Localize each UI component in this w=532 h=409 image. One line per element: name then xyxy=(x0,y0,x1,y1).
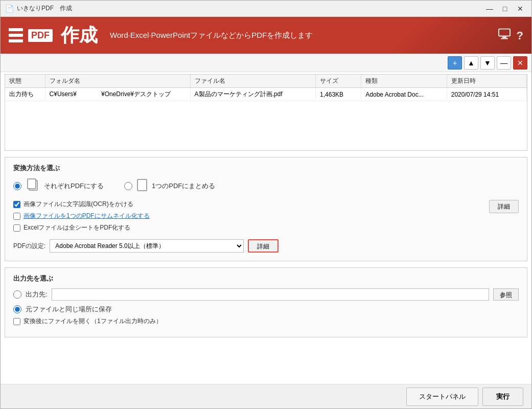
close-icon: ✕ xyxy=(517,59,523,67)
add-icon: + xyxy=(453,59,457,67)
radio-option-combine[interactable]: 1つのPDFにまとめる xyxy=(124,178,215,193)
cell-updated: 2020/07/29 14:51 xyxy=(447,88,526,101)
cell-status: 出力待ち xyxy=(5,88,45,101)
radio-same-location-row: 元ファイルと同じ場所に保存 xyxy=(13,305,519,314)
conversion-checkboxes: 画像ファイルに文字認識(OCR)をかける 画像ファイルを1つのPDFにサムネイル… xyxy=(13,200,150,235)
file-table-container: 状態 フォルダ名 ファイル名 サイズ 種類 更新日時 出力待ちC¥Users¥ … xyxy=(5,74,527,151)
checkbox-excel-row: Excelファイルは全シートをPDF化する xyxy=(13,223,150,232)
pages-icon xyxy=(26,178,40,194)
menu-icon xyxy=(9,26,23,44)
same-location-label: 元ファイルと同じ場所に保存 xyxy=(26,305,112,314)
checkbox-open-after-row: 変換後にファイルを開く（1ファイル出力時のみ） xyxy=(13,317,519,326)
svg-rect-2 xyxy=(9,39,23,42)
title-bar: 📄 いきなりPDF 作成 — □ ✕ xyxy=(1,1,531,17)
checkbox-open-after[interactable] xyxy=(13,318,20,325)
close-button[interactable]: ✕ xyxy=(513,4,527,14)
help-text: ? xyxy=(517,29,523,41)
svg-rect-7 xyxy=(28,179,36,189)
output-path-row: 出力先: 参照 xyxy=(13,288,519,301)
svg-rect-4 xyxy=(502,37,506,38)
checkbox-open-after-label: 変換後にファイルを開く（1ファイル出力時のみ） xyxy=(24,317,162,326)
execute-button[interactable]: 実行 xyxy=(482,388,523,406)
cell-filename: A製品のマーケティング計画.pdf xyxy=(190,88,316,101)
monitor-icon-button[interactable] xyxy=(498,29,511,42)
add-file-button[interactable]: + xyxy=(448,56,462,70)
table-header-row: 状態 フォルダ名 ファイル名 サイズ 種類 更新日時 xyxy=(5,75,527,88)
pdf-settings-label: PDFの設定: xyxy=(13,242,45,251)
cell-folder: C¥Users¥ ¥OneDrive¥デスクトップ xyxy=(45,88,190,101)
restore-button[interactable]: □ xyxy=(498,4,512,14)
single-page-icon xyxy=(136,178,148,193)
ref-button[interactable]: 参照 xyxy=(493,288,519,301)
col-status: 状態 xyxy=(5,75,45,88)
remove-button[interactable]: — xyxy=(497,56,511,70)
up-icon: ▲ xyxy=(468,59,475,67)
down-icon: ▼ xyxy=(484,59,491,67)
main-window: 📄 いきなりPDF 作成 — □ ✕ PDF 作成 Word·Excel·Pow… xyxy=(0,0,532,409)
pdf-settings-row: PDFの設定: Adobe Acrobat Reader 5.0以上（標準） 詳… xyxy=(13,239,519,253)
radio-separate[interactable] xyxy=(13,182,21,190)
conversion-section-title: 変換方法を選ぶ xyxy=(13,164,519,173)
radio-same-loc[interactable] xyxy=(13,305,21,313)
logo-pdf-text: PDF xyxy=(31,30,50,40)
table-row[interactable]: 出力待ちC¥Users¥ ¥OneDrive¥デスクトップA製品のマーケティング… xyxy=(5,88,527,101)
conversion-radio-group: それぞれPDFにする 1つのPDFにまとめる xyxy=(13,178,519,194)
pdf-settings-select[interactable]: Adobe Acrobat Reader 5.0以上（標準） xyxy=(50,239,244,253)
move-up-button[interactable]: ▲ xyxy=(464,56,478,70)
move-down-button[interactable]: ▼ xyxy=(480,56,495,70)
output-section-title: 出力先を選ぶ xyxy=(13,274,519,283)
title-bar-text: いきなりPDF 作成 xyxy=(17,4,482,13)
checkbox-ocr-label: 画像ファイルに文字認識(OCR)をかける xyxy=(24,200,133,209)
radio-output-custom[interactable]: 出力先: xyxy=(13,290,48,299)
title-bar-icon: 📄 xyxy=(5,4,14,13)
radio-custom-path[interactable] xyxy=(13,290,21,299)
header-banner: PDF 作成 Word·Excel·PowerPointファイルなどからPDFを… xyxy=(1,17,531,54)
file-table: 状態 フォルダ名 ファイル名 サイズ 種類 更新日時 出力待ちC¥Users¥ … xyxy=(5,75,527,101)
conversion-section: 変換方法を選ぶ それぞれPDFにする xyxy=(5,157,527,261)
radio-same-location[interactable]: 元ファイルと同じ場所に保存 xyxy=(13,305,112,314)
cell-size: 1,463KB xyxy=(316,88,361,101)
col-filename: ファイル名 xyxy=(190,75,316,88)
checkbox-thumbnail[interactable] xyxy=(13,213,20,220)
bottom-bar: スタートパネル 実行 xyxy=(1,384,531,408)
col-size: サイズ xyxy=(316,75,361,88)
toolbar: + ▲ ▼ — ✕ xyxy=(1,54,531,72)
checkbox-excel-label: Excelファイルは全シートをPDF化する xyxy=(24,223,130,232)
output-section: 出力先を選ぶ 出力先: 参照 元ファイルと同じ場所に保存 変換後にファイルを開く… xyxy=(5,267,527,337)
header-subtitle: Word·Excel·PowerPointファイルなどからPDFを作成します xyxy=(110,31,313,40)
checkbox-ocr[interactable] xyxy=(13,201,20,208)
checkbox-thumbnail-row: 画像ファイルを1つのPDFにサムネイル化する xyxy=(13,212,150,220)
details-button-1[interactable]: 詳細 xyxy=(489,200,519,213)
svg-rect-8 xyxy=(137,179,147,191)
col-updated: 更新日時 xyxy=(447,75,526,88)
radio-combine[interactable] xyxy=(124,182,132,190)
svg-rect-1 xyxy=(9,34,23,37)
main-content: 変換方法を選ぶ それぞれPDFにする xyxy=(1,153,531,384)
checkbox-ocr-row: 画像ファイルに文字認識(OCR)をかける xyxy=(13,200,150,209)
minus-icon: — xyxy=(500,59,507,67)
close-all-button[interactable]: ✕ xyxy=(513,56,527,70)
checkbox-excel[interactable] xyxy=(13,224,20,232)
header-title: 作成 xyxy=(61,23,98,48)
header-right-icons: ? xyxy=(498,29,523,42)
minimize-button[interactable]: — xyxy=(482,4,497,14)
header-logo: PDF 作成 xyxy=(9,23,98,48)
cell-type: Adobe Acrobat Doc... xyxy=(361,88,447,101)
start-panel-button[interactable]: スタートパネル xyxy=(406,388,478,406)
checkbox-thumbnail-label[interactable]: 画像ファイルを1つのPDFにサムネイル化する xyxy=(24,212,150,220)
monitor-icon xyxy=(498,29,511,40)
svg-rect-5 xyxy=(501,38,508,39)
radio-combine-label: 1つのPDFにまとめる xyxy=(152,181,215,191)
radio-option-separate[interactable]: それぞれPDFにする xyxy=(13,178,104,194)
output-path-input[interactable] xyxy=(52,288,489,301)
col-type: 種類 xyxy=(361,75,447,88)
output-path-label: 出力先: xyxy=(26,290,48,299)
title-bar-controls: — □ ✕ xyxy=(482,4,527,14)
svg-rect-3 xyxy=(499,29,510,36)
details-button-2[interactable]: 詳細 xyxy=(248,239,279,253)
help-icon-button[interactable]: ? xyxy=(517,29,523,42)
col-folder: フォルダ名 xyxy=(45,75,190,88)
radio-separate-label: それぞれPDFにする xyxy=(44,181,104,191)
logo-pdf-box: PDF xyxy=(28,29,53,42)
svg-rect-0 xyxy=(9,28,23,31)
